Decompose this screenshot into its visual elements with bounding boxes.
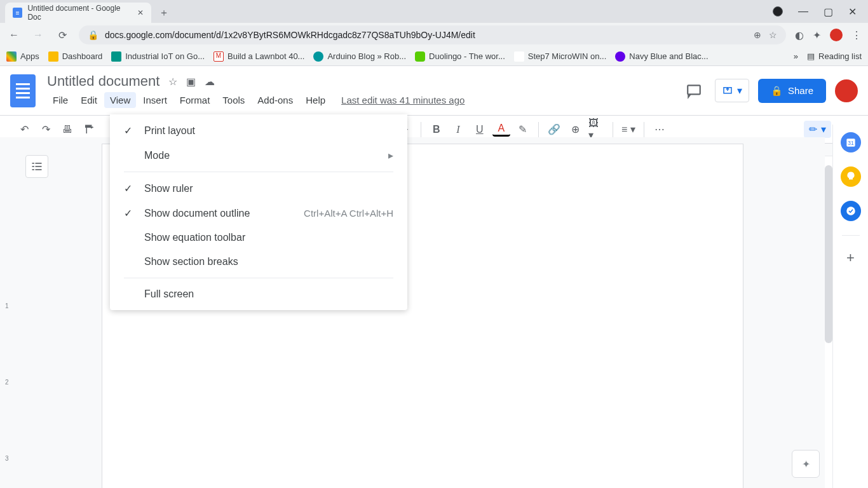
keep-icon[interactable] <box>841 166 861 187</box>
bookmark-item[interactable]: Navy Blue and Blac... <box>615 51 708 62</box>
maximize-icon[interactable]: ▢ <box>824 6 833 18</box>
bookmark-item[interactable]: Dashboard <box>48 51 103 62</box>
svg-rect-5 <box>36 163 42 164</box>
menu-item-show-outline[interactable]: ✓ Show document outline Ctrl+Alt+A Ctrl+… <box>110 201 407 226</box>
menu-icon[interactable]: ⋮ <box>851 29 862 41</box>
comment-icon[interactable]: ⊕ <box>567 121 585 139</box>
explore-button[interactable]: ✦ <box>792 450 820 478</box>
redo-icon[interactable]: ↷ <box>37 121 55 139</box>
bookmarks-bar: Apps Dashboard Industrial IoT on Go... M… <box>0 47 868 66</box>
pencil-icon: ✏ <box>809 123 817 135</box>
menu-item-section-breaks[interactable]: Show section breaks <box>110 250 407 274</box>
minimize-icon[interactable]: — <box>798 6 808 17</box>
star-icon[interactable]: ☆ <box>168 76 177 88</box>
bold-icon[interactable]: B <box>428 121 445 139</box>
bookmark-item[interactable]: MBuild a Lawnbot 40... <box>214 51 304 62</box>
lock-icon: 🔒 <box>771 85 783 97</box>
menu-format[interactable]: Format <box>174 92 216 108</box>
docs-favicon: ≡ <box>13 8 22 18</box>
bookmark-item[interactable]: Arduino Blog » Rob... <box>313 51 406 62</box>
vertical-ruler[interactable]: 1 2 3 <box>0 137 20 488</box>
underline-icon[interactable]: U <box>471 121 489 139</box>
add-addon-icon[interactable]: + <box>846 250 855 266</box>
document-title[interactable]: Untitled document <box>47 73 159 90</box>
new-tab-button[interactable]: ＋ <box>155 4 173 22</box>
chevron-down-icon: ▾ <box>821 123 826 135</box>
align-icon[interactable]: ≡ ▾ <box>620 121 637 139</box>
vertical-scrollbar[interactable] <box>825 165 832 343</box>
reading-list-button[interactable]: ▤Reading list <box>807 51 862 61</box>
url-input[interactable]: 🔒 docs.google.com/document/d/1x2v8YBytRS… <box>79 25 786 44</box>
menu-file[interactable]: File <box>47 92 74 108</box>
profile-indicator-icon[interactable] <box>773 6 783 17</box>
forward-icon: → <box>31 29 46 41</box>
format-paint-icon[interactable] <box>80 121 98 139</box>
text-color-icon[interactable]: A <box>492 123 510 137</box>
menu-view[interactable]: View <box>104 92 136 108</box>
svg-point-10 <box>846 207 855 215</box>
profile-avatar-icon[interactable] <box>830 29 843 41</box>
close-icon[interactable]: ✕ <box>137 8 144 17</box>
check-icon: ✓ <box>124 182 135 194</box>
svg-rect-7 <box>36 169 42 170</box>
lock-icon[interactable]: 🔒 <box>88 30 98 40</box>
back-icon[interactable]: ← <box>6 29 22 41</box>
link-icon[interactable]: 🔗 <box>545 121 563 139</box>
bookmark-item[interactable]: Industrial IoT on Go... <box>111 51 205 62</box>
svg-rect-6 <box>36 166 42 167</box>
last-edit-link[interactable]: Last edit was 41 minutes ago <box>341 95 465 105</box>
menu-item-print-layout[interactable]: ✓ Print layout <box>110 118 407 143</box>
menu-item-full-screen[interactable]: Full screen <box>110 282 407 306</box>
browser-chrome: ≡ Untitled document - Google Doc ✕ ＋ — ▢… <box>0 0 868 66</box>
bookmark-item[interactable]: Step7 MicroWIN on... <box>514 51 607 62</box>
menu-item-equation-toolbar[interactable]: Show equation toolbar <box>110 226 407 250</box>
italic-icon[interactable]: I <box>449 121 467 139</box>
svg-rect-4 <box>32 169 34 170</box>
url-text: docs.google.com/document/d/1x2v8YBytRS6M… <box>105 30 475 40</box>
bookmarks-overflow-icon[interactable]: » <box>794 51 798 61</box>
image-icon[interactable]: 🖼 ▾ <box>588 121 606 139</box>
share-button[interactable]: 🔒 Share <box>758 79 826 103</box>
menu-separator <box>124 278 393 278</box>
menu-edit[interactable]: Edit <box>75 92 103 108</box>
reading-list-icon: ▤ <box>807 51 815 61</box>
menu-bar: File Edit View Insert Format Tools Add-o… <box>47 92 682 108</box>
undo-icon[interactable]: ↶ <box>15 121 33 139</box>
browser-tab[interactable]: ≡ Untitled document - Google Doc ✕ <box>5 3 151 23</box>
reload-icon[interactable]: ⟳ <box>55 29 70 41</box>
window-controls: — ▢ ✕ <box>761 0 868 23</box>
docs-logo-icon[interactable] <box>10 74 36 107</box>
side-panel: 31 + <box>832 125 868 488</box>
present-button[interactable]: ▾ <box>715 79 749 102</box>
extensions-menu-icon[interactable]: ✦ <box>813 29 821 41</box>
menu-tools[interactable]: Tools <box>217 92 250 108</box>
doc-meta: Untitled document ☆ ▣ ☁ File Edit View I… <box>47 73 682 108</box>
editing-mode-button[interactable]: ✏ ▾ <box>804 121 831 138</box>
calendar-icon[interactable]: 31 <box>841 132 861 152</box>
menu-item-show-ruler[interactable]: ✓ Show ruler <box>110 176 407 201</box>
outline-toggle-button[interactable] <box>25 155 48 178</box>
menu-insert[interactable]: Insert <box>137 92 173 108</box>
header-actions: ▾ 🔒 Share <box>682 79 858 103</box>
comments-icon[interactable] <box>682 79 706 103</box>
bookmark-item[interactable]: Duolingo - The wor... <box>415 51 505 62</box>
menu-addons[interactable]: Add-ons <box>252 92 299 108</box>
print-icon[interactable]: 🖶 <box>58 121 76 139</box>
sidebar-separator <box>842 235 860 236</box>
tab-bar: ≡ Untitled document - Google Doc ✕ ＋ — ▢… <box>0 0 868 23</box>
highlight-icon[interactable]: ✎ <box>514 121 532 139</box>
bookmark-apps[interactable]: Apps <box>6 51 39 62</box>
menu-item-mode[interactable]: Mode ▸ <box>110 143 407 168</box>
address-bar: ← → ⟳ 🔒 docs.google.com/document/d/1x2v8… <box>0 23 868 47</box>
zoom-icon[interactable]: ⊕ <box>754 30 761 40</box>
user-avatar[interactable] <box>835 79 858 102</box>
close-window-icon[interactable]: ✕ <box>848 6 857 18</box>
star-icon[interactable]: ☆ <box>769 30 777 40</box>
menu-separator <box>124 172 393 172</box>
menu-help[interactable]: Help <box>300 92 331 108</box>
tasks-icon[interactable] <box>841 201 861 221</box>
move-icon[interactable]: ▣ <box>186 76 196 88</box>
cloud-status-icon[interactable]: ☁ <box>205 76 215 88</box>
extension-icon[interactable]: ◐ <box>795 29 804 41</box>
more-icon[interactable]: ⋯ <box>651 121 668 139</box>
